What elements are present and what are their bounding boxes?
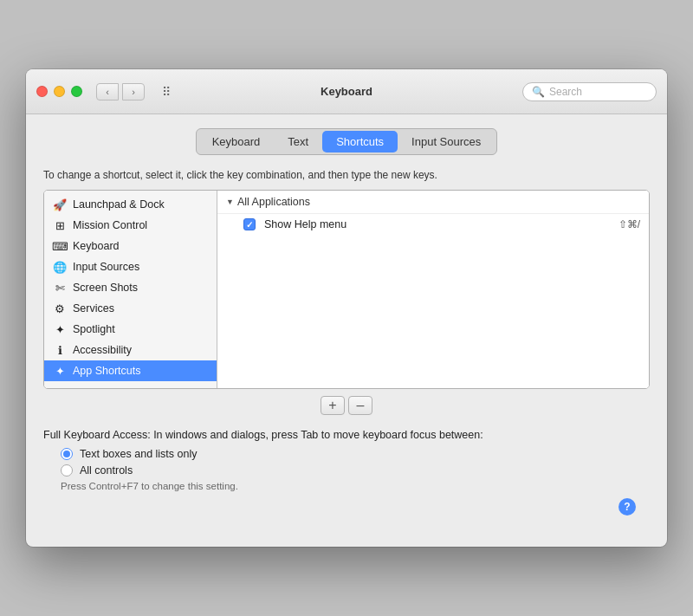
sidebar-label-mission-control: Mission Control: [73, 219, 147, 231]
checkmark-icon: ✓: [246, 220, 253, 230]
services-icon: ⚙: [53, 302, 67, 315]
tab-bar: Keyboard Text Shortcuts Input Sources: [196, 128, 498, 155]
minimize-button[interactable]: [54, 86, 65, 97]
tab-shortcuts[interactable]: Shortcuts: [322, 131, 398, 152]
grid-icon: ⠿: [162, 85, 171, 99]
back-button[interactable]: ‹: [96, 83, 119, 101]
shortcut-label: Show Help menu: [264, 218, 610, 230]
spotlight-icon: ✦: [53, 322, 67, 336]
sidebar-item-input-sources[interactable]: 🌐 Input Sources: [44, 256, 217, 277]
app-shortcuts-icon: ✦: [53, 364, 67, 378]
sidebar-item-launchpad[interactable]: 🚀 Launchpad & Dock: [44, 194, 217, 215]
apps-group-label: All Applications: [237, 196, 310, 208]
accessibility-icon: ℹ: [53, 343, 67, 357]
triangle-icon: ▼: [226, 198, 234, 206]
sidebar-label-launchpad: Launchpad & Dock: [73, 198, 165, 211]
radio-text-boxes[interactable]: [61, 448, 73, 460]
maximize-button[interactable]: [71, 86, 82, 97]
hint-text: Press Control+F7 to change this setting.: [43, 481, 650, 491]
content-area: Keyboard Text Shortcuts Input Sources To…: [26, 114, 667, 547]
launchpad-icon: 🚀: [53, 198, 67, 211]
sidebar-item-screen-shots[interactable]: ✄ Screen Shots: [44, 277, 217, 298]
input-sources-icon: 🌐: [53, 260, 67, 274]
sidebar-label-screen-shots: Screen Shots: [73, 282, 138, 294]
help-icon: ?: [624, 501, 630, 513]
radio-label-text-boxes: Text boxes and lists only: [80, 448, 198, 460]
sidebar-item-spotlight[interactable]: ✦ Spotlight: [44, 319, 217, 340]
grid-button[interactable]: ⠿: [155, 83, 178, 101]
remove-icon: –: [357, 398, 365, 413]
sidebar-label-services: Services: [73, 302, 114, 314]
radio-all-controls[interactable]: [61, 464, 73, 477]
sidebar-item-services[interactable]: ⚙ Services: [44, 298, 217, 319]
close-button[interactable]: [36, 86, 48, 97]
tab-input-sources[interactable]: Input Sources: [398, 131, 495, 152]
nav-buttons: ‹ ›: [96, 83, 145, 101]
sidebar-item-accessibility[interactable]: ℹ Accessibility: [44, 340, 217, 360]
controls-row: + –: [43, 396, 650, 415]
search-box[interactable]: 🔍 Search: [522, 82, 657, 101]
sidebar-label-app-shortcuts: App Shortcuts: [73, 365, 141, 377]
shortcut-row-show-help[interactable]: ✓ Show Help menu ⇧⌘/: [217, 213, 649, 235]
keyboard-access-title: Full Keyboard Access: In windows and dia…: [43, 429, 650, 441]
sidebar-item-app-shortcuts[interactable]: ✦ App Shortcuts: [44, 360, 217, 381]
titlebar: ‹ › ⠿ Keyboard 🔍 Search: [26, 69, 667, 114]
keyboard-icon: ⌨: [53, 239, 67, 253]
sidebar-item-keyboard[interactable]: ⌨ Keyboard: [44, 236, 217, 256]
radio-inner-text-boxes: [63, 451, 70, 457]
sidebar-label-keyboard: Keyboard: [73, 240, 120, 252]
main-panel: 🚀 Launchpad & Dock ⊞ Mission Control ⌨ K…: [43, 190, 650, 389]
search-placeholder: Search: [549, 86, 582, 98]
sidebar-label-spotlight: Spotlight: [73, 323, 115, 335]
traffic-lights: [36, 86, 82, 97]
mission-control-icon: ⊞: [53, 218, 67, 232]
radio-option-text-boxes[interactable]: Text boxes and lists only: [43, 448, 650, 460]
screen-shots-icon: ✄: [53, 281, 67, 295]
sidebar-label-input-sources: Input Sources: [73, 261, 139, 273]
back-icon: ‹: [106, 87, 109, 97]
keyboard-access-section: Full Keyboard Access: In windows and dia…: [43, 429, 650, 529]
search-icon: 🔍: [532, 86, 545, 98]
help-button[interactable]: ?: [619, 498, 636, 515]
sidebar-list: 🚀 Launchpad & Dock ⊞ Mission Control ⌨ K…: [44, 191, 217, 388]
right-panel: ▼ All Applications ✓ Show Help menu ⇧⌘/: [217, 191, 649, 388]
window-title: Keyboard: [321, 85, 372, 98]
forward-button[interactable]: ›: [122, 83, 145, 101]
keyboard-window: ‹ › ⠿ Keyboard 🔍 Search Keyboard Text Sh…: [26, 69, 667, 547]
tab-keyboard[interactable]: Keyboard: [198, 131, 275, 152]
sidebar-item-mission-control[interactable]: ⊞ Mission Control: [44, 215, 217, 236]
radio-option-all-controls[interactable]: All controls: [43, 464, 650, 477]
radio-label-all-controls: All controls: [80, 464, 133, 477]
add-icon: +: [328, 398, 336, 413]
tab-bar-container: Keyboard Text Shortcuts Input Sources: [43, 128, 650, 155]
shortcut-keys: ⇧⌘/: [619, 218, 640, 230]
remove-shortcut-button[interactable]: –: [348, 396, 372, 415]
shortcut-checkbox[interactable]: ✓: [243, 218, 256, 230]
add-shortcut-button[interactable]: +: [321, 396, 345, 415]
instruction-text: To change a shortcut, select it, click t…: [43, 169, 650, 181]
forward-icon: ›: [132, 87, 135, 97]
tab-text[interactable]: Text: [274, 131, 322, 152]
sidebar-label-accessibility: Accessibility: [73, 344, 132, 356]
apps-group-header: ▼ All Applications: [217, 191, 649, 213]
